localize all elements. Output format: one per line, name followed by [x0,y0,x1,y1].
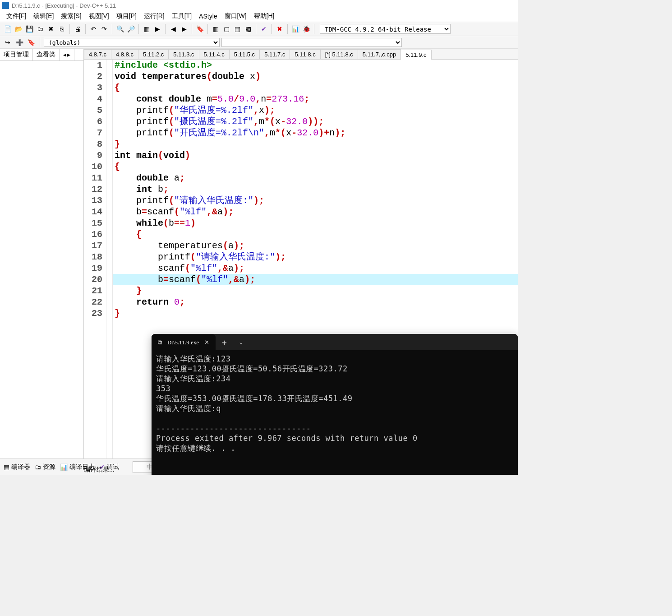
profile-icon[interactable]: 📊 [290,24,300,34]
menu-run[interactable]: 运行[R] [141,11,167,21]
file-tab[interactable]: 5.11.4.c [199,49,230,59]
menubar: 文件[F] 编辑[E] 搜索[S] 视图[V] 项目[P] 运行[R] 工具[T… [0,11,518,22]
separator [314,24,314,34]
save-all-icon[interactable]: 🗂 [35,24,45,34]
save-icon[interactable]: 💾 [24,24,34,34]
terminal-icon: ⧉ [158,339,162,346]
separator [85,24,86,34]
compiler-icon: ▦ [4,463,9,471]
close-file-icon[interactable]: ✖ [46,24,56,34]
file-tab[interactable]: 4.8.8.c [111,49,138,59]
compiler-select[interactable]: TDM-GCC 4.9.2 64-bit Release [320,24,451,34]
bookmark2-icon[interactable]: 🔖 [26,37,36,47]
gui-4-icon[interactable]: ▩ [243,24,253,34]
file-tab[interactable]: 5.11.7.c [259,49,290,59]
menu-file[interactable]: 文件[F] [4,11,29,21]
right-arrow-icon[interactable]: ▸ [67,51,70,58]
separator [40,37,40,47]
file-tab[interactable]: 5.11.5.c [229,49,260,59]
debug-icon[interactable]: 🐞 [301,24,311,34]
file-tab[interactable]: 5.11.8.c [290,49,320,59]
print-icon[interactable]: 🖨 [73,24,83,34]
file-tab[interactable]: 5.11.3.c [168,49,199,59]
titlebar: D:\5.11.9.c - [Executing] - Dev-C++ 5.11 [0,0,518,11]
sidebar-tab-arrows[interactable]: ◂ ▸ [60,49,74,60]
open-icon[interactable]: 📂 [14,24,23,34]
back-icon[interactable]: ◀ [168,24,178,34]
delete-icon[interactable]: ✖ [275,24,285,34]
close-tab-icon[interactable]: ✕ [204,339,209,346]
replace-icon[interactable]: 🔎 [126,24,136,34]
window-title: D:\5.11.9.c - [Executing] - Dev-C++ 5.11 [12,2,116,9]
menu-search[interactable]: 搜索[S] [58,11,84,21]
separator [138,24,139,34]
tab-menu-icon[interactable]: ⌄ [233,339,249,345]
resources-icon: 🗂 [35,463,41,471]
console-output: 请输入华氏温度:123 华氏温度=123.00摄氏温度=50.56开氏温度=32… [152,350,518,457]
sidebar: 项目管理 查看类 ◂ ▸ [0,49,84,459]
insert-icon[interactable]: ➕ [14,37,24,47]
menu-view[interactable]: 视图[V] [86,11,112,21]
compile-icon[interactable]: ▦ [142,24,152,34]
forward-icon[interactable]: ▶ [179,24,189,34]
menu-window[interactable]: 窗口[W] [222,11,249,21]
separator [272,24,272,34]
member-combo[interactable] [221,38,402,47]
separator [207,24,208,34]
console-window[interactable]: ⧉ D:\5.11.9.exe ✕ + ⌄ 请输入华氏温度:123 华氏温度=1… [152,334,518,475]
line-gutter: 1234567891011121314151617181920212223 [84,60,106,459]
fold-gutter [106,60,113,459]
sidebar-tab-project[interactable]: 项目管理 [0,49,33,60]
goto-icon[interactable]: ↪ [3,37,13,47]
file-tabs: 4.8.7.c 4.8.8.c 5.11.2.c 5.11.3.c 5.11.4… [84,49,518,60]
file-tab[interactable]: 4.8.7.c [84,49,111,59]
gui-1-icon[interactable]: ▥ [211,24,221,34]
left-arrow-icon[interactable]: ◂ [63,51,66,58]
menu-edit[interactable]: 编辑[E] [31,11,56,21]
new-tab-icon[interactable]: + [216,338,233,347]
bookmark-icon[interactable]: 🔖 [195,24,205,34]
toolbar-secondary: ↪ ➕ 🔖 (globals) [0,36,518,49]
log-icon: 📊 [60,463,68,471]
menu-tools[interactable]: 工具[T] [169,11,194,21]
file-tab[interactable]: 5.11.2.c [138,49,169,59]
redo-icon[interactable]: ↷ [99,24,109,34]
sidebar-tab-classes[interactable]: 查看类 [33,49,60,60]
separator [256,24,256,34]
app-icon [2,2,9,9]
console-tab-title: D:\5.11.9.exe [167,339,199,346]
file-tab[interactable]: 5.11.7,,c.cpp [358,49,401,59]
separator [165,24,166,34]
compile-result-label: 编译结果... [84,466,115,474]
separator [69,24,70,34]
console-tab[interactable]: ⧉ D:\5.11.9.exe ✕ [152,334,216,351]
console-tabbar: ⧉ D:\5.11.9.exe ✕ + ⌄ [152,334,518,350]
class-combo[interactable]: (globals) [44,38,220,47]
menu-help[interactable]: 帮助[H] [251,11,277,21]
bottom-tab-resources[interactable]: 🗂 资源 [35,463,55,471]
separator [287,24,288,34]
find-icon[interactable]: 🔍 [115,24,125,34]
run-icon[interactable]: ▶ [152,24,162,34]
gui-3-icon[interactable]: ▦ [232,24,242,34]
separator [112,24,112,34]
file-tab-active[interactable]: 5.11.9.c [400,50,431,60]
toolbar-main: 📄 📂 💾 🗂 ✖ ⎘ 🖨 ↶ ↷ 🔍 🔎 ▦ ▶ ◀ ▶ 🔖 ▥ ▢ ▦ ▩ … [0,22,518,36]
menu-project[interactable]: 项目[P] [114,11,139,21]
gui-2-icon[interactable]: ▢ [221,24,231,34]
new-file-icon[interactable]: 📄 [3,24,13,34]
bottom-tab-compiler[interactable]: ▦ 编译器 [4,463,30,471]
undo-icon[interactable]: ↶ [88,24,98,34]
separator [192,24,192,34]
check-icon[interactable]: ✔ [259,24,269,34]
close-all-icon[interactable]: ⎘ [57,24,67,34]
menu-astyle[interactable]: AStyle [196,12,220,21]
file-tab[interactable]: [*] 5.11.8.c [320,49,358,59]
